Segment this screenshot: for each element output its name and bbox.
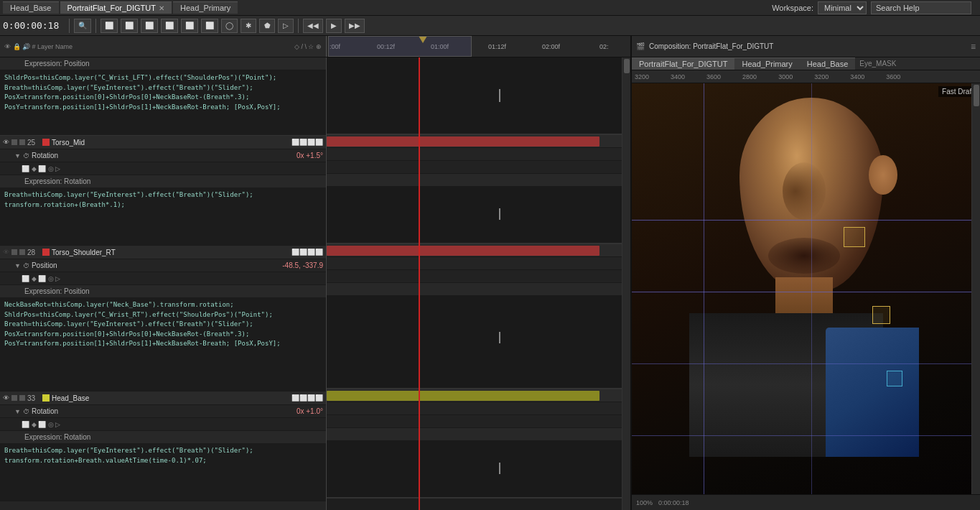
layer-name-25[interactable]: Torso_Mid — [52, 139, 85, 147]
top-expression-area: Expression: Position ShldrPos=thisComp.l… — [0, 57, 326, 136]
tool-btn-3[interactable]: ⬜ — [141, 19, 158, 33]
expression-position-label-28: Expression: Position — [3, 287, 90, 295]
expression-label-33: Expression: Rotation — [0, 430, 326, 443]
tab-portrait-flat[interactable]: PortraitFlat_For_DIGTUT ✕ — [60, 1, 172, 14]
layer-25-switches: ⬜⬜⬜⬜ — [291, 139, 323, 146]
layer-name-28[interactable]: Torso_Shoulder_RT — [52, 249, 116, 256]
guide-h2 — [632, 292, 980, 292]
comp-tab-portrait[interactable]: PortraitFlat_For_DIGTUT — [632, 57, 734, 70]
ruler-mark-3: 01:12f — [488, 43, 506, 50]
comp-tabs: PortraitFlat_For_DIGTUT Head_Primary Hea… — [632, 57, 980, 70]
comp-collapse-btn[interactable]: ≡ — [971, 42, 976, 52]
separator-2 — [95, 19, 96, 33]
eye-icon-28[interactable]: 👁 — [3, 249, 9, 256]
tab-bar: Head_Base PortraitFlat_For_DIGTUT ✕ Head… — [3, 1, 766, 14]
tab-close-icon[interactable]: ✕ — [159, 4, 164, 12]
timeline-header: 👁 🔒 🔊 # Layer Name ◇ / \ ☆ ⊕ :00f 00:12f… — [0, 36, 630, 57]
lock-btn-25[interactable] — [19, 139, 25, 145]
layer-name-33[interactable]: Head_Base — [52, 394, 89, 402]
layer-color-33 — [42, 394, 50, 402]
tool-btn-7[interactable]: ◯ — [221, 19, 238, 33]
layer-28-position-row: ▼ ⏱ Position -48.5, -337.9 — [0, 259, 326, 272]
lock-btn-33[interactable] — [19, 395, 25, 401]
layer-color-25 — [42, 139, 50, 146]
kf-icons-33[interactable]: ⬜ ◆ ⬜ ◎ ▷ — [22, 421, 60, 428]
expression-code-33[interactable]: Breath=thisComp.layer("EyeInterest").eff… — [0, 443, 326, 501]
expand-33[interactable]: ▼ — [14, 408, 21, 415]
kf-icons-25[interactable]: ⬜ ◆ ⬜ ◎ ▷ — [22, 165, 60, 172]
eye-icon-25[interactable]: 👁 — [3, 139, 9, 146]
guide-v2 — [811, 83, 812, 494]
layer-25-header: 👁 25 Torso_Mid ⬜⬜⬜⬜ — [0, 136, 326, 149]
expand-28[interactable]: ▼ — [14, 262, 21, 269]
kf-icons-28[interactable]: ⬜ ◆ ⬜ ◎ ▷ — [22, 275, 60, 282]
layer-33-keyframe-row: ⬜ ◆ ⬜ ◎ ▷ — [0, 417, 326, 430]
ruler-mark-5: 02: — [599, 43, 609, 50]
cursor-indicator-top — [499, 89, 500, 102]
track-28-expression — [327, 296, 630, 389]
scroll-track[interactable] — [622, 57, 630, 510]
tool-btn-1[interactable]: ⬜ — [101, 19, 118, 33]
scroll-thumb[interactable] — [624, 59, 630, 73]
tool-btn-12[interactable]: ▶ — [326, 19, 342, 33]
track-bar-25[interactable] — [327, 136, 599, 147]
track-bar-28[interactable] — [327, 246, 599, 256]
tool-btn-13[interactable]: ▶▶ — [345, 19, 365, 33]
comp-viewport: Fast Draft — [632, 83, 980, 494]
comp-tab-eye-mask[interactable]: Eye_MASK — [855, 57, 900, 70]
tool-btn-4[interactable]: ⬜ — [161, 19, 178, 33]
top-expression-code[interactable]: ShldrPos=thisComp.layer("C_Wrist_LFT").e… — [0, 70, 326, 135]
tool-btn-10[interactable]: ▷ — [278, 19, 294, 33]
track-bar-33[interactable] — [327, 391, 599, 401]
selection-box-2[interactable] — [872, 306, 890, 324]
solo-btn-25[interactable] — [11, 139, 17, 145]
track-33-kf — [327, 415, 630, 428]
track-25-kf — [327, 161, 630, 174]
expand-25[interactable]: ▼ — [14, 152, 21, 159]
search-input[interactable] — [871, 1, 971, 14]
stopwatch-33[interactable]: ⏱ — [23, 408, 29, 415]
layer-25-row: 👁 25 Torso_Mid ⬜⬜⬜⬜ ▼ ⏱ Rotation — [0, 136, 326, 246]
expression-position-label: Expression: Position — [3, 60, 90, 68]
work-area-bar[interactable] — [328, 36, 472, 57]
stopwatch-28[interactable]: ⏱ — [23, 262, 29, 269]
tool-btn-5[interactable]: ⬜ — [181, 19, 198, 33]
comp-tab-portrait-label: PortraitFlat_For_DIGTUT — [639, 60, 727, 68]
tool-btn-6[interactable]: ⬜ — [201, 19, 218, 33]
layer-28-switches: ⬜⬜⬜⬜ — [291, 249, 323, 256]
ruler-3600: 3600 — [886, 73, 900, 80]
guide-h3 — [632, 363, 980, 364]
ear-shape — [869, 155, 897, 195]
expression-code-28[interactable]: NeckBaseRot=thisComp.layer("Neck_Base").… — [0, 297, 326, 391]
tab-head-base[interactable]: Head_Base — [3, 1, 59, 14]
timeline-panel: 👁 🔒 🔊 # Layer Name ◇ / \ ☆ ⊕ :00f 00:12f… — [0, 36, 632, 510]
workspace-label: Workspace: — [772, 4, 813, 12]
time-ruler: :00f 00:12f 01:00f 01:12f 02:00f 02: — [327, 36, 630, 57]
selection-box-1[interactable] — [844, 227, 865, 247]
comp-tab-head-base-label: Head_Base — [807, 60, 849, 68]
ruler-2600: 3600 — [706, 73, 721, 80]
tool-btn-9[interactable]: ⬟ — [259, 19, 275, 33]
solo-btn-33[interactable] — [11, 395, 17, 401]
selection-box-3[interactable] — [887, 371, 902, 386]
comp-scroll-thumb[interactable] — [974, 85, 979, 106]
track-28-kf — [327, 270, 630, 283]
tool-btn-2[interactable]: ⬜ — [121, 19, 138, 33]
comp-tab-head-primary[interactable]: Head_Primary — [734, 57, 799, 70]
comp-title: Composition: PortraitFlat_For_DIGTUT — [649, 42, 773, 50]
viewport-bg: Fast Draft — [632, 83, 980, 494]
solo-btn-28[interactable] — [11, 249, 17, 255]
expression-code-25[interactable]: Breath=thisComp.layer("EyeInterest").eff… — [0, 187, 326, 245]
stopwatch-25[interactable]: ⏱ — [23, 152, 29, 159]
time-display: 0:00:00:18 — [3, 20, 59, 31]
zoom-in-btn[interactable]: 🔍 — [74, 19, 91, 33]
workspace-select[interactable]: Minimal — [818, 1, 867, 14]
lock-btn-28[interactable] — [19, 249, 25, 255]
tab-head-primary[interactable]: Head_Primary — [173, 1, 238, 14]
tool-btn-11[interactable]: ◀◀ — [303, 19, 323, 33]
eye-icon-33[interactable]: 👁 — [3, 394, 9, 402]
comp-scrollbar[interactable] — [971, 83, 980, 494]
tool-btn-8[interactable]: ✱ — [241, 19, 256, 33]
comp-tab-head-base[interactable]: Head_Base — [800, 57, 856, 70]
cursor-33 — [499, 463, 500, 474]
